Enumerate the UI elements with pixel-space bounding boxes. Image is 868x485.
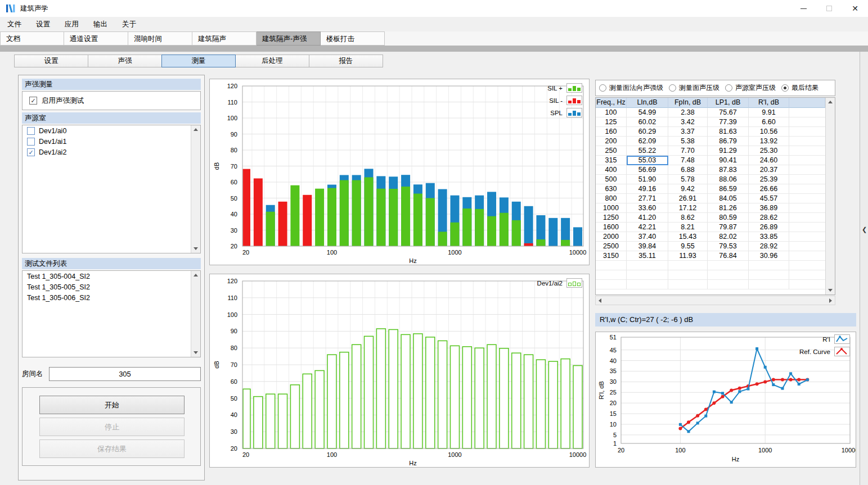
table-cell[interactable]: 2500	[596, 242, 627, 251]
menu-item-4[interactable]: 关于	[115, 17, 143, 31]
radio-item-3[interactable]: 最后结果	[781, 83, 818, 93]
table-cell[interactable]: 86.79	[708, 137, 749, 146]
main-tab-1[interactable]: 通道设置	[64, 31, 128, 46]
channel-checkbox-2[interactable]: ✓	[27, 148, 35, 156]
minimize-button[interactable]	[790, 0, 816, 17]
channel-item-1[interactable]: Dev1/ai1	[23, 136, 191, 147]
table-cell[interactable]	[789, 146, 825, 156]
table-cell[interactable]	[789, 213, 825, 223]
table-cell[interactable]	[789, 194, 825, 203]
table-cell[interactable]: 6.60	[749, 117, 789, 127]
table-cell[interactable]: 27.71	[627, 194, 668, 203]
table-cell[interactable]: 80.59	[708, 213, 749, 223]
table-cell[interactable]	[789, 184, 825, 194]
table-cell[interactable]	[789, 223, 825, 232]
enable-intensity-checkbox[interactable]: ✓	[29, 97, 37, 105]
table-cell[interactable]: 1600	[596, 223, 627, 232]
table-cell[interactable]: 500	[596, 175, 627, 184]
table-cell[interactable]	[789, 117, 825, 127]
table-cell[interactable]: 77.39	[708, 117, 749, 127]
table-cell[interactable]: 3.37	[668, 127, 708, 137]
table-cell[interactable]: 56.69	[627, 165, 668, 175]
table-cell[interactable]: 28.92	[749, 242, 789, 251]
table-cell[interactable]: 36.89	[749, 203, 789, 213]
table-cell[interactable]: 76.84	[708, 251, 749, 261]
table-cell[interactable]: 35.11	[627, 251, 668, 261]
scroll-up-icon[interactable]	[194, 128, 198, 131]
table-cell[interactable]	[789, 251, 825, 261]
scroll-down-icon[interactable]	[828, 289, 833, 292]
table-cell[interactable]	[789, 137, 825, 146]
radio-item-1[interactable]: 测量面声压级	[669, 83, 719, 93]
table-cell[interactable]: 33.85	[749, 232, 789, 242]
table-cell[interactable]: 42.21	[627, 223, 668, 232]
sub-tab-4[interactable]: 报告	[309, 55, 383, 67]
table-vertical-scrollbar[interactable]	[825, 98, 835, 294]
main-tab-5[interactable]: 楼板打击	[321, 31, 385, 46]
table-cell[interactable]: 15.43	[668, 232, 708, 242]
scroll-down-icon[interactable]	[194, 351, 198, 354]
main-tab-3[interactable]: 建筑隔声	[192, 31, 257, 46]
main-tab-2[interactable]: 混响时间	[128, 31, 192, 46]
table-cell[interactable]: 3150	[596, 251, 627, 261]
menu-item-2[interactable]: 应用	[57, 17, 86, 31]
table-cell[interactable]	[789, 108, 825, 117]
table-cell[interactable]: 90.41	[708, 156, 749, 165]
scroll-up-icon[interactable]	[828, 101, 833, 103]
scroll-up-icon[interactable]	[194, 274, 198, 277]
table-cell[interactable]: 26.91	[668, 194, 708, 203]
table-cell[interactable]: 11.93	[668, 251, 708, 261]
table-cell[interactable]: 800	[596, 194, 627, 203]
table-cell[interactable]: 82.02	[708, 232, 749, 242]
channel-item-2[interactable]: ✓Dev1/ai2	[23, 147, 191, 157]
table-cell[interactable]: 9.55	[668, 242, 708, 251]
start-button[interactable]: 开始	[39, 396, 185, 414]
table-cell[interactable]: 55.03	[627, 156, 668, 165]
stop-button[interactable]: 停止	[39, 418, 185, 436]
table-cell[interactable]: 33.60	[627, 203, 668, 213]
table-cell[interactable]: 81.63	[708, 127, 749, 137]
menu-item-3[interactable]: 输出	[86, 17, 115, 31]
table-cell[interactable]: 51.90	[627, 175, 668, 184]
table-cell[interactable]: 84.05	[708, 194, 749, 203]
room-name-input[interactable]: 305	[49, 367, 201, 381]
table-cell[interactable]: 6.88	[668, 165, 708, 175]
table-cell[interactable]: 5.38	[668, 137, 708, 146]
table-cell[interactable]: 54.99	[627, 108, 668, 117]
table-cell[interactable]: 25.39	[749, 175, 789, 184]
test-file-item-2[interactable]: Test 1_305-006_SI2	[23, 292, 191, 303]
table-cell[interactable]: 91.29	[708, 146, 749, 156]
channel-checkbox-1[interactable]	[27, 138, 35, 146]
table-cell[interactable]: 1250	[596, 213, 627, 223]
table-cell[interactable]	[789, 203, 825, 213]
scroll-down-icon[interactable]	[194, 247, 198, 250]
table-cell[interactable]: 630	[596, 184, 627, 194]
table-cell[interactable]	[789, 232, 825, 242]
table-cell[interactable]: 20.37	[749, 165, 789, 175]
sub-tab-1[interactable]: 声强	[88, 55, 162, 67]
radio-item-2[interactable]: 声源室声压级	[725, 83, 776, 93]
table-cell[interactable]: 25.30	[749, 146, 789, 156]
table-cell[interactable]	[789, 156, 825, 165]
table-cell[interactable]	[789, 242, 825, 251]
table-cell[interactable]: 55.22	[627, 146, 668, 156]
table-cell[interactable]: 86.59	[708, 184, 749, 194]
radio-circle[interactable]	[725, 84, 732, 92]
scroll-right-icon[interactable]	[829, 298, 832, 303]
close-button[interactable]: ✕	[842, 0, 868, 17]
table-cell[interactable]: 26.89	[749, 223, 789, 232]
radio-circle[interactable]	[781, 84, 789, 92]
table-cell[interactable]: 5.78	[668, 175, 708, 184]
table-cell[interactable]: 200	[596, 137, 627, 146]
table-cell[interactable]: 13.92	[749, 137, 789, 146]
table-cell[interactable]	[789, 165, 825, 175]
sub-tab-2[interactable]: 测量	[161, 55, 236, 67]
table-cell[interactable]: 88.06	[708, 175, 749, 184]
radio-item-0[interactable]: 测量面法向声强级	[599, 83, 663, 93]
table-cell[interactable]: 100	[596, 108, 627, 117]
channel-list-scrollbar[interactable]	[191, 125, 200, 253]
table-cell[interactable]: 315	[596, 156, 627, 165]
scroll-left-icon[interactable]	[599, 298, 601, 303]
table-cell[interactable]: 400	[596, 165, 627, 175]
table-cell[interactable]: 2000	[596, 232, 627, 242]
